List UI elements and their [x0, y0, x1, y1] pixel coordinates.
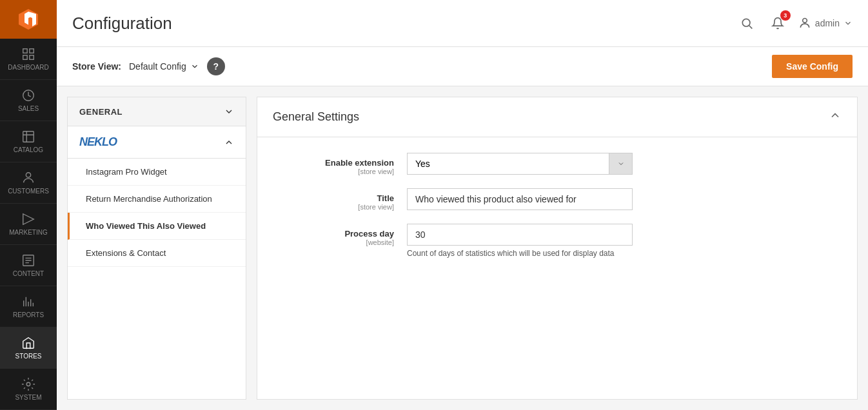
form-row-process-day: Process day [website] Count of days of s…: [278, 224, 836, 258]
search-icon: [740, 17, 753, 30]
store-view-select[interactable]: Default Config: [129, 61, 199, 72]
nav-item-who-viewed[interactable]: Who Viewed This Also Viewed: [68, 213, 246, 240]
chevron-down-icon: [190, 62, 199, 71]
form-label-group-title: Title [store view]: [278, 188, 407, 211]
sidebar-item-label: Content: [13, 270, 44, 277]
svg-point-11: [803, 19, 807, 23]
title-sublabel: [store view]: [278, 203, 394, 211]
sidebar-item-sales[interactable]: Sales: [0, 80, 57, 121]
store-view-label: Store View:: [72, 61, 121, 72]
main-content: Configuration 3 admin Store View: Defaul…: [57, 0, 868, 410]
sidebar-item-stores[interactable]: Stores: [0, 327, 57, 369]
content-icon: [21, 253, 35, 268]
sidebar-item-marketing[interactable]: Marketing: [0, 204, 57, 245]
page-title: Configuration: [72, 14, 172, 34]
left-panel: GENERAL NEKLO Instagram Pro Widget Retur…: [67, 97, 246, 400]
enable-extension-sublabel: [store view]: [278, 168, 394, 175]
sidebar-item-label: Marketing: [9, 229, 47, 236]
nav-item-return-merchandise[interactable]: Return Merchandise Authorization: [68, 186, 246, 213]
chevron-down-icon: [843, 19, 853, 28]
panel-section-neklo[interactable]: NEKLO: [68, 126, 246, 159]
admin-dropdown-button[interactable]: admin: [798, 17, 853, 30]
process-day-sublabel: [website]: [278, 239, 394, 246]
svg-point-6: [26, 173, 30, 177]
sales-icon: [21, 88, 35, 102]
sidebar-item-label: Catalog: [14, 146, 43, 153]
svg-point-8: [26, 382, 30, 386]
svg-rect-2: [23, 55, 27, 59]
sidebar-item-label: Sales: [18, 105, 39, 112]
reports-icon: [21, 295, 35, 309]
sidebar-item-content[interactable]: Content: [0, 245, 57, 286]
svg-rect-3: [30, 55, 34, 59]
right-panel-header: General Settings: [257, 97, 857, 137]
stores-icon: [21, 336, 35, 350]
general-section-label: GENERAL: [79, 107, 123, 117]
panel-section-general[interactable]: GENERAL: [68, 97, 246, 126]
sidebar-item-catalog[interactable]: Catalog: [0, 121, 57, 162]
dashboard-icon: [21, 47, 35, 61]
sidebar-item-label: Dashboard: [8, 64, 48, 71]
magento-logo-icon: [17, 8, 40, 31]
sidebar-item-label: System: [15, 394, 41, 401]
marketing-icon: [21, 212, 35, 226]
sidebar-item-system[interactable]: System: [0, 369, 57, 410]
form-row-enable-extension: Enable extension [store view] Yes No: [278, 153, 836, 175]
svg-rect-0: [23, 49, 27, 53]
process-day-help: Count of days of statistics which will b…: [407, 249, 836, 258]
sidebar-item-label: Reports: [13, 311, 44, 318]
help-icon: ?: [213, 61, 219, 72]
settings-form: Enable extension [store view] Yes No: [257, 137, 857, 286]
customers-icon: [21, 171, 35, 185]
header: Configuration 3 admin: [57, 0, 868, 47]
sidebar: Dashboard Sales Catalog Customers Market…: [0, 0, 57, 410]
notification-button[interactable]: 3: [767, 13, 788, 34]
nav-item-label: Who Viewed This Also Viewed: [86, 221, 206, 231]
save-config-button[interactable]: Save Config: [772, 55, 853, 78]
notification-badge: 3: [780, 10, 791, 21]
form-label-group-enable: Enable extension [store view]: [278, 153, 407, 175]
help-button[interactable]: ?: [207, 57, 225, 75]
sidebar-item-label: Customers: [8, 188, 49, 195]
nav-item-instagram-pro-widget[interactable]: Instagram Pro Widget: [68, 159, 246, 186]
sidebar-item-dashboard[interactable]: Dashboard: [0, 39, 57, 80]
svg-point-9: [742, 19, 750, 26]
nav-item-label: Instagram Pro Widget: [86, 167, 167, 177]
enable-extension-select-wrapper: Yes No: [407, 153, 633, 175]
process-day-input[interactable]: [407, 224, 633, 246]
system-icon: [21, 377, 35, 391]
header-actions: 3 admin: [736, 13, 853, 34]
title-control: [407, 188, 836, 210]
content-area: GENERAL NEKLO Instagram Pro Widget Retur…: [57, 86, 868, 410]
search-button[interactable]: [736, 13, 757, 34]
right-panel-title: General Settings: [273, 110, 359, 124]
sidebar-item-label: Stores: [15, 353, 42, 360]
chevron-down-icon: [617, 160, 625, 168]
nav-item-extensions-contact[interactable]: Extensions & Contact: [68, 240, 246, 267]
title-label: Title: [278, 193, 394, 203]
form-row-title: Title [store view]: [278, 188, 836, 211]
chevron-up-icon: [829, 109, 842, 122]
chevron-up-icon: [224, 137, 234, 148]
neklo-logo: NEKLO: [79, 135, 117, 149]
sidebar-item-customers[interactable]: Customers: [0, 162, 57, 204]
enable-extension-select[interactable]: Yes No: [408, 153, 609, 174]
nav-item-label: Extensions & Contact: [86, 248, 166, 258]
title-input[interactable]: [407, 188, 633, 210]
process-day-label: Process day: [278, 229, 394, 239]
enable-extension-label: Enable extension: [278, 158, 394, 168]
admin-label: admin: [815, 18, 840, 28]
collapse-button[interactable]: [829, 109, 842, 125]
sidebar-logo: [0, 0, 57, 39]
svg-line-10: [749, 26, 753, 29]
form-label-group-process-day: Process day [website]: [278, 224, 407, 246]
process-day-control: Count of days of statistics which will b…: [407, 224, 836, 258]
svg-rect-1: [30, 49, 34, 53]
store-bar-left: Store View: Default Config ?: [72, 57, 225, 75]
catalog-icon: [21, 130, 35, 144]
select-arrow-button[interactable]: [609, 153, 632, 174]
sidebar-item-reports[interactable]: Reports: [0, 286, 57, 327]
store-view-bar: Store View: Default Config ? Save Config: [57, 47, 868, 86]
right-panel: General Settings Enable extension [store…: [257, 97, 858, 400]
chevron-down-icon: [224, 106, 234, 117]
